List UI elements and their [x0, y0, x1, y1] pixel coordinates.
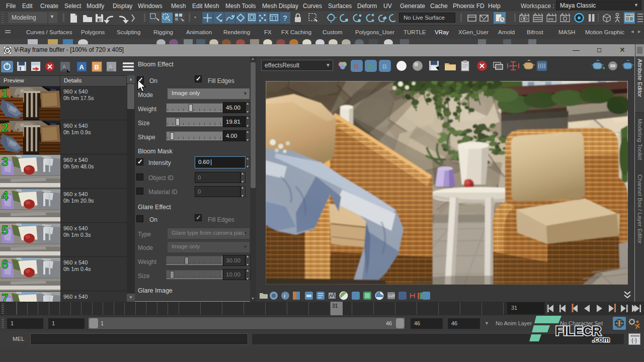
svg-text:?: ? [283, 14, 287, 22]
svg-text:4: 4 [2, 189, 9, 203]
svg-text:5: 5 [2, 223, 8, 237]
svg-text:LUT: LUT [388, 294, 395, 298]
svg-text:IPR: IPR [548, 18, 553, 21]
svg-text:B: B [382, 63, 387, 70]
svg-text:7: 7 [2, 292, 8, 302]
svg-text:R: R [354, 63, 359, 70]
svg-text:1: 1 [2, 86, 8, 100]
svg-text:i: i [284, 293, 285, 299]
svg-text:6: 6 [2, 257, 8, 271]
svg-text:.com: .com [592, 335, 610, 343]
svg-text:2: 2 [2, 121, 8, 134]
svg-text:A: A [62, 64, 66, 70]
svg-text:3: 3 [2, 155, 8, 168]
svg-text:{·}: {·} [631, 337, 637, 343]
svg-text:G: G [368, 63, 373, 70]
svg-text:B: B [95, 63, 99, 71]
svg-text:A: A [109, 64, 112, 70]
svg-text:A: A [79, 63, 85, 71]
